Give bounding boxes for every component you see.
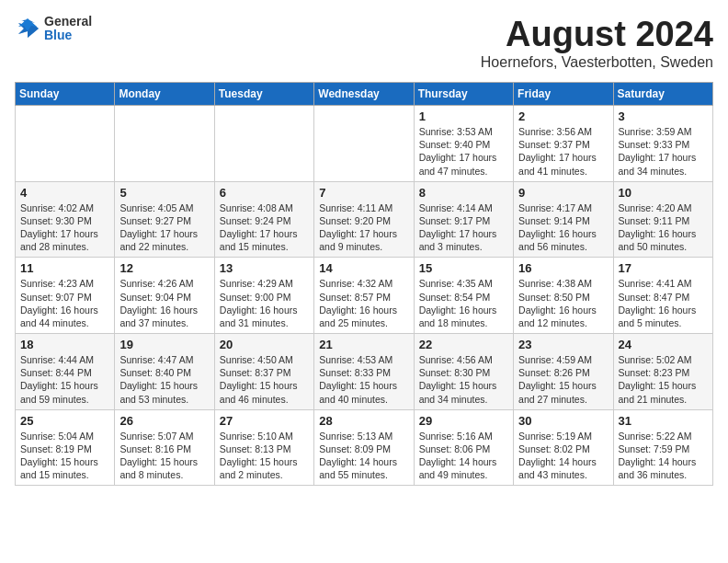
day-info: Sunrise: 5:04 AM Sunset: 8:19 PM Dayligh… (20, 430, 109, 482)
day-number: 4 (20, 186, 109, 200)
calendar-week-1: 4Sunrise: 4:02 AM Sunset: 9:30 PM Daylig… (16, 181, 713, 258)
calendar-cell: 27Sunrise: 5:10 AM Sunset: 8:13 PM Dayli… (214, 409, 313, 486)
calendar-cell: 16Sunrise: 4:38 AM Sunset: 8:50 PM Dayli… (514, 258, 613, 334)
day-number: 21 (319, 338, 408, 351)
day-number: 2 (518, 109, 608, 123)
day-info: Sunrise: 4:38 AM Sunset: 8:50 PM Dayligh… (518, 277, 608, 329)
day-number: 22 (419, 338, 508, 351)
day-number: 29 (419, 414, 508, 428)
day-info: Sunrise: 4:32 AM Sunset: 8:57 PM Dayligh… (319, 277, 408, 329)
day-number: 14 (319, 261, 408, 275)
calendar-header-row: SundayMondayTuesdayWednesdayThursdayFrid… (16, 83, 713, 106)
calendar-cell (214, 106, 313, 182)
day-number: 31 (619, 414, 708, 428)
day-info: Sunrise: 5:22 AM Sunset: 7:59 PM Dayligh… (619, 430, 708, 482)
day-number: 24 (619, 338, 708, 351)
day-info: Sunrise: 4:29 AM Sunset: 9:00 PM Dayligh… (220, 277, 309, 329)
day-number: 28 (319, 414, 408, 428)
day-number: 10 (619, 186, 708, 200)
day-info: Sunrise: 5:16 AM Sunset: 8:06 PM Dayligh… (419, 430, 508, 482)
title-block: August 2024 Hoernefors, Vaesterbotten, S… (481, 15, 713, 71)
col-header-thursday: Thursday (414, 83, 513, 106)
col-header-tuesday: Tuesday (214, 83, 313, 106)
calendar-cell: 25Sunrise: 5:04 AM Sunset: 8:19 PM Dayli… (16, 409, 115, 486)
logo-general: General (44, 15, 92, 29)
calendar-cell: 10Sunrise: 4:20 AM Sunset: 9:11 PM Dayli… (613, 181, 712, 258)
logo: General Blue (15, 15, 92, 43)
calendar-cell (115, 106, 214, 182)
calendar-table: SundayMondayTuesdayWednesdayThursdayFrid… (15, 82, 713, 486)
calendar-cell: 21Sunrise: 4:53 AM Sunset: 8:33 PM Dayli… (314, 334, 414, 410)
day-info: Sunrise: 5:19 AM Sunset: 8:02 PM Dayligh… (518, 430, 608, 482)
col-header-monday: Monday (115, 83, 214, 106)
calendar-cell: 2Sunrise: 3:56 AM Sunset: 9:37 PM Daylig… (514, 106, 613, 182)
day-info: Sunrise: 3:59 AM Sunset: 9:33 PM Dayligh… (619, 125, 708, 178)
day-number: 18 (20, 338, 109, 351)
day-info: Sunrise: 5:10 AM Sunset: 8:13 PM Dayligh… (220, 430, 309, 482)
day-number: 26 (119, 414, 209, 428)
day-info: Sunrise: 4:41 AM Sunset: 8:47 PM Dayligh… (619, 277, 708, 329)
col-header-friday: Friday (514, 83, 613, 106)
calendar-cell (16, 106, 115, 182)
calendar-cell (314, 106, 414, 182)
day-info: Sunrise: 4:35 AM Sunset: 8:54 PM Dayligh… (419, 277, 508, 329)
day-number: 11 (20, 261, 109, 275)
calendar-cell: 19Sunrise: 4:47 AM Sunset: 8:40 PM Dayli… (115, 334, 214, 410)
day-number: 20 (220, 338, 309, 351)
day-info: Sunrise: 4:44 AM Sunset: 8:44 PM Dayligh… (20, 353, 109, 406)
day-info: Sunrise: 4:14 AM Sunset: 9:17 PM Dayligh… (419, 201, 508, 254)
calendar-cell: 22Sunrise: 4:56 AM Sunset: 8:30 PM Dayli… (414, 334, 513, 410)
day-info: Sunrise: 4:26 AM Sunset: 9:04 PM Dayligh… (119, 277, 209, 329)
day-info: Sunrise: 3:56 AM Sunset: 9:37 PM Dayligh… (518, 125, 608, 178)
day-number: 1 (419, 109, 508, 123)
calendar-cell: 24Sunrise: 5:02 AM Sunset: 8:23 PM Dayli… (613, 334, 712, 410)
col-header-sunday: Sunday (16, 83, 115, 106)
day-number: 3 (619, 109, 708, 123)
day-number: 25 (20, 414, 109, 428)
calendar-cell: 13Sunrise: 4:29 AM Sunset: 9:00 PM Dayli… (214, 258, 313, 334)
calendar-cell: 31Sunrise: 5:22 AM Sunset: 7:59 PM Dayli… (613, 409, 712, 486)
sub-title: Hoernefors, Vaesterbotten, Sweden (481, 54, 713, 71)
calendar-cell: 23Sunrise: 4:59 AM Sunset: 8:26 PM Dayli… (514, 334, 613, 410)
day-info: Sunrise: 5:13 AM Sunset: 8:09 PM Dayligh… (319, 430, 408, 482)
calendar-week-4: 25Sunrise: 5:04 AM Sunset: 8:19 PM Dayli… (16, 409, 713, 486)
calendar-cell: 14Sunrise: 4:32 AM Sunset: 8:57 PM Dayli… (314, 258, 414, 334)
day-number: 8 (419, 186, 508, 200)
calendar-cell: 7Sunrise: 4:11 AM Sunset: 9:20 PM Daylig… (314, 181, 414, 258)
calendar-cell: 28Sunrise: 5:13 AM Sunset: 8:09 PM Dayli… (314, 409, 414, 486)
day-info: Sunrise: 4:53 AM Sunset: 8:33 PM Dayligh… (319, 353, 408, 406)
day-info: Sunrise: 4:56 AM Sunset: 8:30 PM Dayligh… (419, 353, 508, 406)
day-number: 17 (619, 261, 708, 275)
day-number: 19 (119, 338, 209, 351)
calendar-cell: 3Sunrise: 3:59 AM Sunset: 9:33 PM Daylig… (613, 106, 712, 182)
calendar-week-2: 11Sunrise: 4:23 AM Sunset: 9:07 PM Dayli… (16, 258, 713, 334)
day-info: Sunrise: 4:17 AM Sunset: 9:14 PM Dayligh… (518, 201, 608, 254)
day-number: 23 (518, 338, 608, 351)
calendar-week-0: 1Sunrise: 3:53 AM Sunset: 9:40 PM Daylig… (16, 106, 713, 182)
calendar-cell: 12Sunrise: 4:26 AM Sunset: 9:04 PM Dayli… (115, 258, 214, 334)
calendar-cell: 9Sunrise: 4:17 AM Sunset: 9:14 PM Daylig… (514, 181, 613, 258)
calendar-cell: 15Sunrise: 4:35 AM Sunset: 8:54 PM Dayli… (414, 258, 513, 334)
day-number: 30 (518, 414, 608, 428)
calendar-cell: 20Sunrise: 4:50 AM Sunset: 8:37 PM Dayli… (214, 334, 313, 410)
calendar-cell: 11Sunrise: 4:23 AM Sunset: 9:07 PM Dayli… (16, 258, 115, 334)
day-info: Sunrise: 4:11 AM Sunset: 9:20 PM Dayligh… (319, 201, 408, 254)
calendar-cell: 5Sunrise: 4:05 AM Sunset: 9:27 PM Daylig… (115, 181, 214, 258)
day-number: 12 (119, 261, 209, 275)
day-number: 7 (319, 186, 408, 200)
logo-text: General Blue (44, 15, 92, 43)
day-info: Sunrise: 5:02 AM Sunset: 8:23 PM Dayligh… (619, 353, 708, 406)
day-number: 13 (220, 261, 309, 275)
calendar-cell: 30Sunrise: 5:19 AM Sunset: 8:02 PM Dayli… (514, 409, 613, 486)
calendar-cell: 4Sunrise: 4:02 AM Sunset: 9:30 PM Daylig… (16, 181, 115, 258)
calendar-cell: 8Sunrise: 4:14 AM Sunset: 9:17 PM Daylig… (414, 181, 513, 258)
day-number: 15 (419, 261, 508, 275)
day-info: Sunrise: 4:47 AM Sunset: 8:40 PM Dayligh… (119, 353, 209, 406)
col-header-wednesday: Wednesday (314, 83, 414, 106)
day-info: Sunrise: 5:07 AM Sunset: 8:16 PM Dayligh… (119, 430, 209, 482)
day-info: Sunrise: 4:23 AM Sunset: 9:07 PM Dayligh… (20, 277, 109, 329)
day-info: Sunrise: 4:02 AM Sunset: 9:30 PM Dayligh… (20, 201, 109, 254)
calendar-week-3: 18Sunrise: 4:44 AM Sunset: 8:44 PM Dayli… (16, 334, 713, 410)
day-info: Sunrise: 3:53 AM Sunset: 9:40 PM Dayligh… (419, 125, 508, 178)
page-header: General Blue August 2024 Hoernefors, Vae… (15, 15, 713, 71)
